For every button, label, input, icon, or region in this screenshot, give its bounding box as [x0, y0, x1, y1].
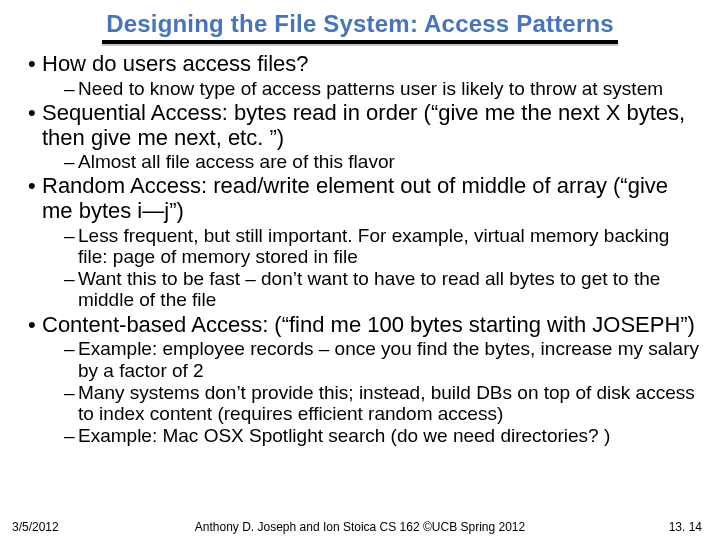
bullet-level-1: Random Access: read/write element out of…	[18, 174, 702, 223]
slide: Designing the File System: Access Patter…	[0, 0, 720, 540]
slide-body: How do users access files? Need to know …	[0, 46, 720, 447]
bullet-level-2: Example: Mac OSX Spotlight search (do we…	[18, 425, 702, 446]
footer-credit: Anthony D. Joseph and Ion Stoica CS 162 …	[0, 520, 720, 534]
bullet-level-2: Many systems don’t provide this; instead…	[18, 382, 702, 425]
bullet-level-1: Sequential Access: bytes read in order (…	[18, 101, 702, 150]
bullet-level-1: How do users access files?	[18, 52, 702, 77]
bullet-level-2: Example: employee records – once you fin…	[18, 338, 702, 381]
bullet-level-2: Less frequent, but still important. For …	[18, 225, 702, 268]
footer-page: 13. 14	[669, 520, 702, 534]
slide-title: Designing the File System: Access Patter…	[0, 0, 720, 38]
bullet-level-2: Need to know type of access patterns use…	[18, 78, 702, 99]
bullet-level-1: Content-based Access: (“find me 100 byte…	[18, 313, 702, 338]
bullet-level-2: Almost all file access are of this flavo…	[18, 151, 702, 172]
bullet-level-2: Want this to be fast – don’t want to hav…	[18, 268, 702, 311]
